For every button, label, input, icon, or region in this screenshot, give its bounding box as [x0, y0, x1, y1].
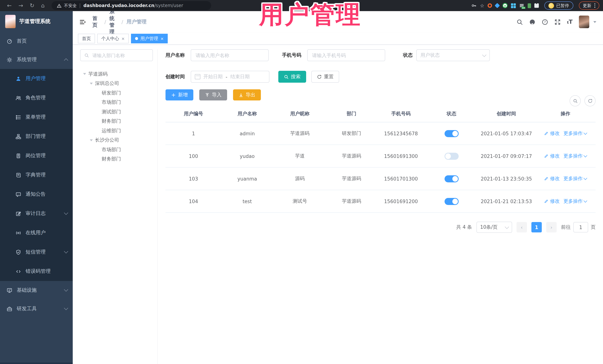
- import-button[interactable]: 导入: [199, 89, 227, 100]
- tree-node-leaf[interactable]: 财务部门: [80, 154, 153, 164]
- tree-expand-icon[interactable]: [90, 139, 93, 141]
- tree-node-root[interactable]: 芋道源码: [80, 69, 153, 79]
- edit-link[interactable]: 修改: [544, 130, 560, 137]
- browser-home-icon[interactable]: ⌂: [41, 3, 45, 8]
- collapse-sidebar-icon[interactable]: [79, 19, 86, 25]
- search-icon: [284, 74, 289, 79]
- username-input[interactable]: [195, 52, 265, 58]
- tree-expand-icon[interactable]: [90, 83, 93, 85]
- show-search-toggle-button[interactable]: [570, 95, 581, 106]
- breadcrumb-system[interactable]: 系统管理: [109, 9, 118, 35]
- tree-node-branch[interactable]: 深圳总公司: [80, 79, 153, 88]
- bookmark-star-icon[interactable]: ☆: [480, 3, 484, 8]
- sidebar-item-infrastructure[interactable]: 基础设施: [0, 281, 73, 299]
- browser-back-icon[interactable]: ←: [7, 3, 12, 8]
- mobile-field[interactable]: [307, 49, 385, 61]
- sidebar-item-post-mgmt[interactable]: 岗位管理: [0, 146, 73, 165]
- add-button[interactable]: 新增: [165, 89, 193, 100]
- browser-reload-icon[interactable]: ↻: [30, 3, 34, 8]
- sidebar-item-audit-log[interactable]: 审计日志: [0, 204, 73, 223]
- browser-menu-kebab-icon[interactable]: [594, 3, 595, 8]
- extensions-puzzle-icon[interactable]: [534, 3, 539, 8]
- tree-node-leaf[interactable]: 运维部门: [80, 126, 153, 135]
- sidebar-item-online-users[interactable]: 在线用户: [0, 223, 73, 243]
- dept-search-input[interactable]: [92, 52, 149, 58]
- tree-expand-icon[interactable]: [83, 73, 86, 75]
- reset-button[interactable]: 重置: [311, 71, 339, 83]
- extension-list-on-icon[interactable]: on: [519, 3, 524, 8]
- goto-page-input[interactable]: [573, 222, 588, 232]
- date-range-picker[interactable]: 开始日期 - 结束日期: [191, 71, 269, 83]
- more-actions-link[interactable]: 更多操作: [564, 198, 587, 205]
- date-range-separator: -: [226, 74, 227, 79]
- status-toggle[interactable]: [444, 153, 458, 160]
- sidebar-item-sms-mgmt[interactable]: 短信管理: [0, 243, 73, 262]
- status-toggle[interactable]: [444, 130, 458, 137]
- sidebar-item-user-mgmt[interactable]: 用户管理: [0, 69, 73, 88]
- sidebar-item-system[interactable]: 系统管理: [0, 50, 73, 69]
- refresh-table-button[interactable]: [584, 95, 596, 106]
- tree-node-leaf[interactable]: 测试部门: [80, 107, 153, 117]
- search-button[interactable]: 搜索: [278, 71, 306, 83]
- page-size-select[interactable]: 10条/页: [476, 222, 512, 233]
- sidebar-item-notice[interactable]: 通知公告: [0, 185, 73, 204]
- status-select[interactable]: 用户状态: [416, 49, 490, 61]
- mobile-input[interactable]: [311, 52, 381, 58]
- status-toggle[interactable]: [444, 198, 458, 205]
- extension-ubuntu-icon[interactable]: [487, 3, 492, 8]
- prev-page-button[interactable]: ‹: [517, 222, 527, 232]
- page-number-button[interactable]: 1: [531, 222, 542, 232]
- user-menu-caret-icon[interactable]: [593, 21, 596, 23]
- sidebar-item-dict-mgmt[interactable]: 字典管理: [0, 165, 73, 185]
- font-size-icon[interactable]: tT: [567, 19, 573, 25]
- close-icon[interactable]: ×: [160, 36, 164, 41]
- tab-profile[interactable]: 个人中心 ×: [97, 34, 129, 43]
- sidebar-item-dept-mgmt[interactable]: 部门管理: [0, 127, 73, 146]
- pencil-icon: [544, 199, 549, 203]
- search-icon[interactable]: [517, 19, 523, 25]
- tree-node-leaf[interactable]: 市场部门: [80, 98, 153, 107]
- url-bar[interactable]: 不安全 dashboard.yudao.iocoder.cn /system/u…: [52, 1, 211, 10]
- export-button[interactable]: 导出: [233, 89, 261, 100]
- edit-link[interactable]: 修改: [544, 175, 560, 182]
- browser-update-button[interactable]: 更新: [579, 1, 599, 10]
- password-key-icon[interactable]: [471, 3, 477, 8]
- tab-user-mgmt[interactable]: 用户管理 ×: [131, 34, 168, 43]
- extension-y-icon[interactable]: y: [502, 3, 508, 8]
- goto-label: 前往: [561, 224, 571, 231]
- sidebar-item-menu-mgmt[interactable]: 菜单管理: [0, 108, 73, 127]
- fullscreen-icon[interactable]: [554, 19, 561, 25]
- tree-node-leaf[interactable]: 市场部门: [80, 145, 153, 154]
- edit-link[interactable]: 修改: [544, 153, 560, 159]
- more-actions-link[interactable]: 更多操作: [564, 153, 587, 159]
- help-icon[interactable]: ?: [542, 19, 548, 25]
- username-field[interactable]: [191, 49, 269, 61]
- extension-spray-icon[interactable]: [528, 3, 531, 8]
- dept-search-box[interactable]: [80, 49, 153, 61]
- tree-node-branch[interactable]: 长沙分公司: [80, 135, 153, 145]
- tree-node-label: 研发部门: [102, 90, 121, 96]
- extension-gem-icon[interactable]: [495, 3, 500, 8]
- app-logo[interactable]: 芋道管理系统: [0, 11, 73, 32]
- next-page-button[interactable]: ›: [546, 222, 557, 232]
- sidebar-item-dev-tools[interactable]: 研发工具: [0, 299, 73, 318]
- sidebar-item-role-mgmt[interactable]: 角色管理: [0, 88, 73, 108]
- tree-node-leaf[interactable]: 研发部门: [80, 88, 153, 98]
- breadcrumb-home[interactable]: 首页: [93, 15, 101, 29]
- browser-forward-icon[interactable]: →: [18, 3, 23, 8]
- status-toggle[interactable]: [444, 175, 458, 182]
- sidebar-item-error-code[interactable]: 错误码管理: [0, 262, 73, 281]
- profile-paused-badge[interactable]: 已暂停: [544, 1, 573, 10]
- more-actions-link[interactable]: 更多操作: [564, 175, 587, 182]
- tab-home[interactable]: 首页: [78, 34, 95, 43]
- tree-node-leaf[interactable]: 财务部门: [80, 117, 153, 126]
- sidebar-item-home[interactable]: 首页: [0, 32, 73, 50]
- extension-grid-icon[interactable]: [511, 3, 516, 8]
- badge-icon: [16, 153, 21, 158]
- close-icon[interactable]: ×: [121, 36, 125, 41]
- edit-link[interactable]: 修改: [544, 198, 560, 205]
- user-avatar[interactable]: [579, 16, 589, 28]
- users-icon: [16, 95, 21, 101]
- more-actions-link[interactable]: 更多操作: [564, 130, 587, 137]
- github-icon[interactable]: [529, 19, 535, 25]
